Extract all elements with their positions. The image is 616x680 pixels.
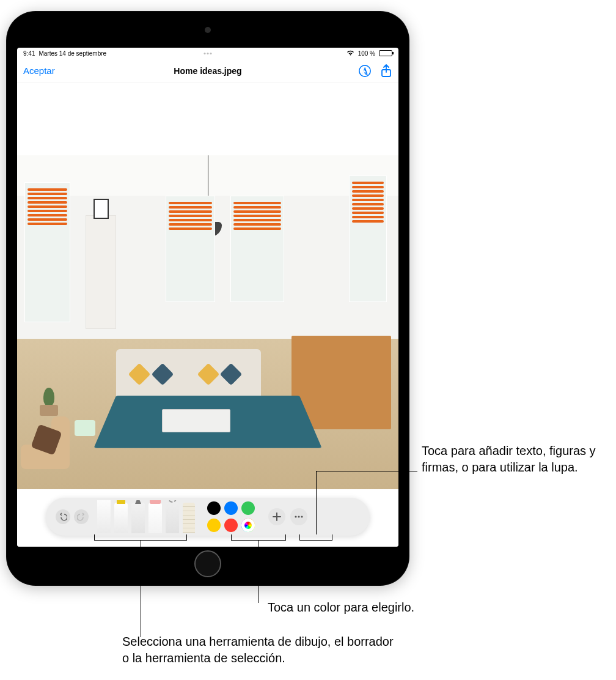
accept-button[interactable]: Aceptar — [23, 65, 55, 76]
home-button[interactable] — [194, 550, 221, 577]
battery-icon — [379, 50, 392, 56]
markup-blinds-drawing — [231, 196, 283, 230]
lasso-tool[interactable] — [166, 503, 179, 533]
navigation-bar: Aceptar Home ideas.jpeg — [17, 59, 398, 83]
status-bar: 9:41 Martes 14 de septiembre 100 % — [17, 48, 398, 59]
drawing-tools-group — [97, 500, 195, 533]
color-red[interactable] — [224, 519, 238, 532]
window-center-2 — [230, 196, 284, 303]
pen-tool[interactable] — [97, 500, 111, 533]
status-time: 9:41 — [23, 50, 35, 57]
callout-bracket-colors — [231, 534, 286, 541]
color-picker-wheel[interactable] — [241, 519, 255, 532]
armchair — [21, 416, 70, 469]
screen: 9:41 Martes 14 de septiembre 100 % Acept… — [17, 48, 398, 547]
color-swatches-group — [207, 501, 255, 532]
svg-point-4 — [301, 516, 302, 517]
share-icon[interactable] — [380, 64, 392, 78]
coffee-table — [162, 409, 230, 432]
callout-tool-text: Selecciona una herramienta de dibujo, el… — [122, 634, 403, 667]
window-right — [349, 176, 387, 302]
color-yellow[interactable] — [207, 519, 221, 532]
color-black[interactable] — [207, 501, 221, 515]
multitask-dots-icon[interactable] — [204, 53, 212, 54]
more-button[interactable] — [290, 508, 307, 525]
svg-point-2 — [295, 516, 296, 517]
undo-button[interactable] — [56, 509, 70, 524]
ruler-tool[interactable] — [183, 503, 195, 533]
redo-button[interactable] — [74, 509, 89, 524]
callout-bracket-add — [299, 534, 332, 541]
svg-point-3 — [298, 516, 299, 517]
side-table — [75, 420, 95, 436]
add-button[interactable] — [268, 508, 285, 525]
status-date: Martes 14 de septiembre — [38, 50, 106, 57]
markup-blinds-drawing — [166, 196, 215, 230]
callout-color-text: Toca un color para elegirlo. — [268, 599, 414, 616]
callout-leader — [258, 541, 259, 603]
canvas-area[interactable] — [17, 83, 398, 547]
markup-blinds-drawing — [350, 176, 386, 223]
callout-add-text: Toca para añadir texto, figuras y firmas… — [422, 443, 611, 476]
front-camera — [205, 27, 211, 33]
callout-leader — [316, 471, 417, 471]
marker-tool[interactable] — [114, 503, 128, 533]
window-left — [24, 182, 70, 322]
color-blue[interactable] — [224, 501, 238, 515]
eraser-tool[interactable] — [148, 503, 162, 533]
markup-blinds-drawing — [25, 183, 70, 225]
window-center-1 — [166, 196, 215, 303]
plant — [40, 388, 58, 416]
pencil-tool[interactable] — [131, 503, 145, 533]
callout-bracket-tools — [94, 534, 187, 541]
photo-living-room — [17, 155, 398, 489]
callout-leader — [316, 471, 317, 534]
document-title: Home ideas.jpeg — [174, 66, 241, 76]
wifi-icon — [346, 50, 354, 57]
markup-toggle-icon[interactable] — [358, 64, 372, 78]
color-green[interactable] — [241, 501, 255, 515]
callout-leader — [141, 541, 141, 637]
ipad-frame: 9:41 Martes 14 de septiembre 100 % Acept… — [6, 11, 409, 586]
markup-toolbar — [46, 498, 370, 536]
battery-percent: 100 % — [358, 50, 375, 57]
